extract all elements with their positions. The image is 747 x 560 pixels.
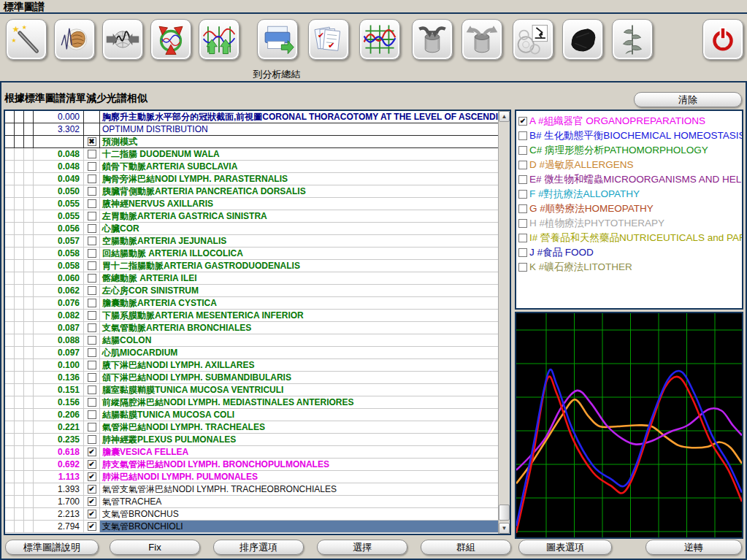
table-row[interactable]: ✖預測模式 [5,136,498,148]
fix-button[interactable]: Fix [110,540,200,555]
scrollbar-thumb[interactable] [499,505,510,521]
category-item[interactable]: D #過敏原ALLERGENS [516,158,742,172]
group-button[interactable]: 群組 [421,540,511,555]
row-checkbox-checked[interactable]: ✔ [88,485,96,494]
row-checkbox[interactable] [88,162,96,171]
invert-button[interactable]: 逆轉 [646,540,742,555]
row-checkbox[interactable] [88,323,96,332]
category-item[interactable]: G #順勢療法HOMEOPATHY [516,202,742,216]
category-item[interactable]: ✔A #組織器官 ORGANOPREPARATIONS [516,114,742,129]
toolbar-button-stone[interactable] [562,19,603,60]
toolbar-button-brain[interactable] [54,19,95,60]
row-checkbox[interactable] [88,150,96,158]
table-row[interactable]: 0.057空腸動脈ARTERIA JEJUNALIS [5,235,498,248]
table-row[interactable]: 0.055腋神經NERVUS AXILLARIS [5,198,498,210]
table-row[interactable]: 0.049胸骨旁淋巴結NODI LYMPH. PARASTERNALIS [5,173,498,185]
table-scrollbar[interactable]: ▲ ▼ [498,111,510,534]
category-checkbox[interactable] [518,146,527,155]
category-item[interactable]: E# 微生物和蠕蟲MICROORGANISMS AND HELMI [516,172,742,187]
category-item[interactable]: K #礦石療法LITOTHER [516,260,742,275]
row-checkbox[interactable] [88,212,96,220]
row-checkbox[interactable] [88,435,96,444]
row-checkbox[interactable] [88,311,96,320]
row-checkbox[interactable] [88,398,96,407]
table-row[interactable]: 0.000胸廓升主動脈水平部分的冠狀截面,前視圖CORONAL THORACOT… [5,111,498,123]
toolbar-button-converge-arrows[interactable] [150,19,191,60]
row-checkbox-checked[interactable]: ✔ [88,460,96,469]
table-row[interactable]: 0.048十二指腸 DUODENUM WALA [5,148,498,161]
row-checkbox[interactable] [88,261,96,270]
row-checkbox[interactable] [88,386,96,394]
row-checkbox[interactable] [88,373,96,382]
category-checkbox[interactable] [518,248,527,257]
table-row[interactable]: 0.097心肌MIOCARDIUM [5,347,498,359]
row-checkbox[interactable] [88,286,96,295]
table-row[interactable]: 0.087支氣管動脈ARTERIA BRONCHIALES [5,322,498,334]
table-row[interactable]: 0.050胰臟背側動脈ARTERIA PANCREATICA DORSALIS [5,185,498,198]
table-row[interactable]: 0.692✔肺支氣管淋巴結NODI LYMPH. BRONCHOPULMONAL… [5,459,498,471]
table-row[interactable]: 0.055左胃動脈ARTERIA GASTRICA SINISTRA [5,210,498,223]
table-row[interactable]: 0.056心臟COR [5,223,498,235]
table-row[interactable]: 3.302OPTIMUM DISTRIBUTION [5,123,498,136]
row-checkbox-checked[interactable]: ✔ [88,522,96,531]
table-row[interactable]: 0.206結腸黏膜TUNICA MUCOSA COLI [5,409,498,421]
category-checkbox[interactable] [518,175,527,184]
row-checkbox-checked[interactable]: ✔ [88,448,96,456]
category-checkbox[interactable] [518,263,527,272]
table-row[interactable]: 0.048鎖骨下動脈ARTERIA SUBCLAVIA [5,161,498,173]
exit-button[interactable] [702,19,743,60]
row-checkbox[interactable] [88,361,96,369]
row-checkbox[interactable] [88,423,96,431]
table-row[interactable]: 0.058回結腸動脈 ARTERIA ILLOCOLICA [5,248,498,260]
row-checkbox[interactable] [88,410,96,419]
toolbar-button-container-import[interactable] [412,19,453,60]
category-checkbox[interactable]: ✔ [518,117,527,126]
table-row[interactable]: 0.062左心房COR SINISTRUM [5,285,498,297]
row-checkbox[interactable] [88,187,96,196]
table-row[interactable]: 0.076膽囊動脈ARTERIA CYSTICA [5,297,498,310]
toolbar-button-microscope[interactable] [513,19,553,60]
row-checkbox[interactable] [88,274,96,283]
table-row[interactable]: 0.060髂總動脈 ARTERIA ILEI [5,272,498,285]
table-row[interactable]: 0.058胃十二指腸動脈ARTERIA GASTRODUODENALIS [5,260,498,272]
category-item[interactable]: J #食品 FOOD [516,245,742,260]
category-item[interactable]: I# 營養品和天然藥品NUTRICEUTICALS and PAR [516,231,742,245]
row-checkbox[interactable] [88,237,96,245]
table-row[interactable]: 0.100腋下淋巴結NODI LYMPH. AXILLARES [5,359,498,372]
table-row[interactable]: 0.136頜下淋巴結NODI LYMPH. SUBMANDIBULARIS [5,372,498,384]
scroll-down-icon[interactable]: ▼ [499,523,510,534]
toolbar-button-spectra-compare[interactable] [199,19,240,60]
row-checkbox[interactable] [88,348,96,357]
chart-options-button[interactable]: 圖表選項 [518,540,612,555]
table-row[interactable]: 0.618✔膽囊VESICA FELLEA [5,446,498,459]
table-row[interactable]: 0.088結腸COLON [5,334,498,347]
etalon-info-button[interactable]: 標準圖譜說明 [5,540,99,555]
row-checkbox[interactable] [88,174,96,183]
row-checkbox[interactable] [88,199,96,208]
toolbar-button-graph-grid[interactable] [359,19,400,60]
category-checkbox[interactable] [518,161,527,169]
row-checkbox[interactable] [88,224,96,233]
sort-options-button[interactable]: 排序選項 [213,540,304,555]
category-item[interactable]: H #植物療法PHYTOTHERAPY [516,216,742,231]
table-row[interactable]: 1.700✔氣管TRACHEA [5,496,498,508]
clear-button[interactable]: 清除 [634,92,742,107]
table-row[interactable]: 2.794✔支氣管BRONCHIOLI [5,521,498,533]
toolbar-button-print-summary[interactable] [257,19,298,60]
category-item[interactable]: C# 病理形態分析PATHOMORPHOLOGY [516,143,742,158]
toolbar-button-plant[interactable] [612,19,653,60]
scroll-up-icon[interactable]: ▲ [499,111,510,122]
table-row[interactable]: 0.235肺神經叢PLEXUS PULMONALES [5,434,498,446]
toolbar-button-container-export[interactable] [461,19,502,60]
row-checkbox-x[interactable]: ✖ [88,137,96,146]
toolbar-button-reports[interactable]: ✔✔ [308,19,349,60]
table-row[interactable]: 0.221氣管淋巴結NODI LYMPH. TRACHEALES [5,421,498,434]
toolbar-button-magic-wand[interactable]: ★★★ [6,19,47,60]
table-row[interactable]: 0.151腦室黏膜鞘膜TUNICA MUCOSA VENTRICULI [5,384,498,396]
row-checkbox-checked[interactable]: ✔ [88,510,96,518]
category-item[interactable]: B# 生化動態平衡BIOCHEMICAL HOMEOSTASIS [516,129,742,143]
row-checkbox[interactable] [88,299,96,307]
category-checkbox[interactable] [518,131,527,140]
category-checkbox[interactable] [518,219,527,228]
table-row[interactable]: 2.213✔支氣管BRONCHUS [5,508,498,521]
